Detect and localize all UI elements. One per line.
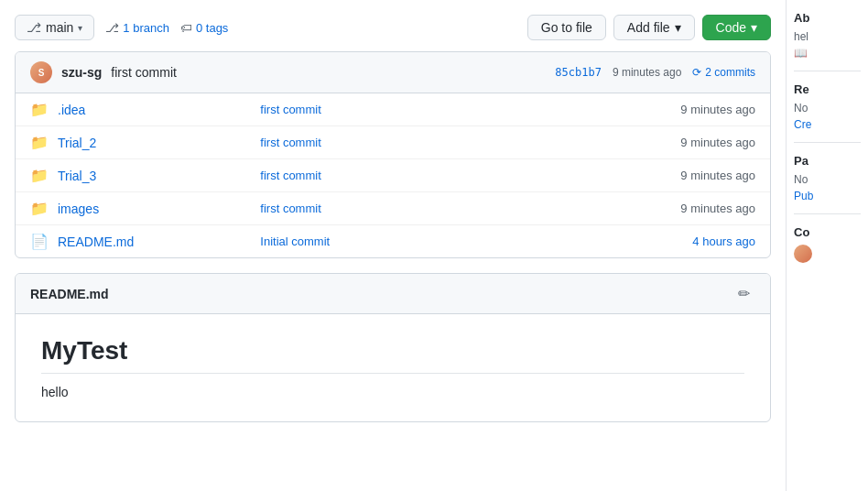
file-time: 9 minutes ago bbox=[655, 202, 755, 215]
history-icon: ⟳ bbox=[692, 66, 701, 79]
file-name[interactable]: .idea bbox=[58, 103, 249, 117]
code-label: Code bbox=[716, 20, 746, 35]
folder-icon: 📁 bbox=[30, 200, 47, 217]
commit-user[interactable]: szu-sg bbox=[61, 65, 102, 80]
file-row: 📁 .idea first commit 9 minutes ago bbox=[16, 93, 770, 126]
tag-icon: 🏷 bbox=[180, 21, 192, 35]
releases-no: No bbox=[794, 102, 861, 115]
repo-toolbar: ⎇ main ▾ ⎇ 1 branch 🏷 0 tags Go to file bbox=[15, 15, 771, 40]
file-time: 9 minutes ago bbox=[655, 169, 755, 182]
goto-file-button[interactable]: Go to file bbox=[527, 15, 606, 40]
about-title: Ab bbox=[794, 11, 861, 25]
about-desc: hel bbox=[794, 30, 861, 43]
file-commit[interactable]: first commit bbox=[260, 103, 644, 116]
code-chevron-icon: ▾ bbox=[751, 20, 757, 35]
commit-message: first commit bbox=[111, 65, 177, 80]
file-time: 4 hours ago bbox=[655, 235, 755, 248]
toolbar-right: Go to file Add file ▾ Code ▾ bbox=[527, 15, 771, 40]
sidebar-divider bbox=[794, 71, 861, 71]
readme-edit-button[interactable]: ✏ bbox=[732, 283, 755, 304]
commit-meta: 85cb1b7 9 minutes ago ⟳ 2 commits bbox=[555, 66, 755, 79]
branches-link[interactable]: ⎇ 1 branch bbox=[105, 21, 169, 35]
file-commit[interactable]: first commit bbox=[260, 202, 644, 215]
right-sidebar: Ab hel 📖 Re No Cre Pa No Pub Co bbox=[786, 0, 868, 491]
avatar: S bbox=[30, 61, 52, 83]
packages-title: Pa bbox=[794, 154, 861, 168]
chevron-down-icon: ▾ bbox=[78, 23, 82, 33]
contributor-avatar bbox=[794, 245, 812, 263]
file-name[interactable]: Trial_2 bbox=[58, 136, 249, 150]
file-time: 9 minutes ago bbox=[655, 136, 755, 149]
file-commit[interactable]: first commit bbox=[260, 136, 644, 149]
branch-icon: ⎇ bbox=[27, 20, 41, 35]
commits-count-link[interactable]: ⟳ 2 commits bbox=[692, 66, 755, 79]
commit-time: 9 minutes ago bbox=[613, 66, 681, 79]
readme-header: README.md ✏ bbox=[16, 274, 770, 314]
branches-count: 1 branch bbox=[123, 21, 169, 35]
file-name[interactable]: README.md bbox=[58, 235, 249, 249]
branch-selector[interactable]: ⎇ main ▾ bbox=[15, 15, 94, 40]
readme-box: README.md ✏ MyTest hello bbox=[15, 273, 771, 422]
code-button[interactable]: Code ▾ bbox=[702, 15, 771, 40]
file-name[interactable]: images bbox=[58, 202, 249, 216]
commit-hash[interactable]: 85cb1b7 bbox=[555, 66, 602, 79]
releases-title: Re bbox=[794, 82, 861, 96]
tags-link[interactable]: 🏷 0 tags bbox=[180, 21, 228, 35]
contributors-title: Co bbox=[794, 225, 861, 239]
folder-icon: 📁 bbox=[30, 167, 47, 184]
branch-label: main bbox=[46, 20, 73, 35]
commits-count: 2 commits bbox=[705, 66, 755, 79]
commit-header: S szu-sg first commit 85cb1b7 9 minutes … bbox=[16, 52, 770, 93]
tags-count: 0 tags bbox=[196, 21, 228, 35]
add-file-button[interactable]: Add file ▾ bbox=[613, 15, 695, 40]
sidebar-divider bbox=[794, 213, 861, 214]
folder-icon: 📁 bbox=[30, 101, 47, 118]
file-row: 📁 images first commit 9 minutes ago bbox=[16, 192, 770, 225]
file-name[interactable]: Trial_3 bbox=[58, 169, 249, 183]
file-icon: 📄 bbox=[30, 233, 47, 250]
readme-icon: 📖 bbox=[794, 47, 861, 60]
file-commit[interactable]: first commit bbox=[260, 169, 644, 182]
readme-filename: README.md bbox=[30, 287, 109, 301]
file-table: S szu-sg first commit 85cb1b7 9 minutes … bbox=[15, 51, 771, 258]
sidebar-divider bbox=[794, 142, 861, 143]
packages-no: No bbox=[794, 173, 861, 186]
file-row: 📁 Trial_3 first commit 9 minutes ago bbox=[16, 159, 770, 192]
file-time: 9 minutes ago bbox=[655, 103, 755, 116]
toolbar-left: ⎇ main ▾ ⎇ 1 branch 🏷 0 tags bbox=[15, 15, 228, 40]
goto-file-label: Go to file bbox=[541, 20, 592, 35]
create-release-link[interactable]: Cre bbox=[794, 118, 861, 131]
file-commit[interactable]: Initial commit bbox=[260, 235, 644, 248]
publish-package-link[interactable]: Pub bbox=[794, 190, 861, 202]
readme-body: MyTest hello bbox=[16, 314, 770, 421]
folder-icon: 📁 bbox=[30, 134, 47, 151]
file-row: 📄 README.md Initial commit 4 hours ago bbox=[16, 225, 770, 257]
add-file-chevron-icon: ▾ bbox=[675, 20, 681, 35]
readme-text: hello bbox=[41, 385, 744, 399]
add-file-label: Add file bbox=[627, 20, 670, 35]
file-row: 📁 Trial_2 first commit 9 minutes ago bbox=[16, 126, 770, 159]
branch-meta-icon: ⎇ bbox=[105, 21, 119, 35]
readme-heading: MyTest bbox=[41, 336, 744, 374]
